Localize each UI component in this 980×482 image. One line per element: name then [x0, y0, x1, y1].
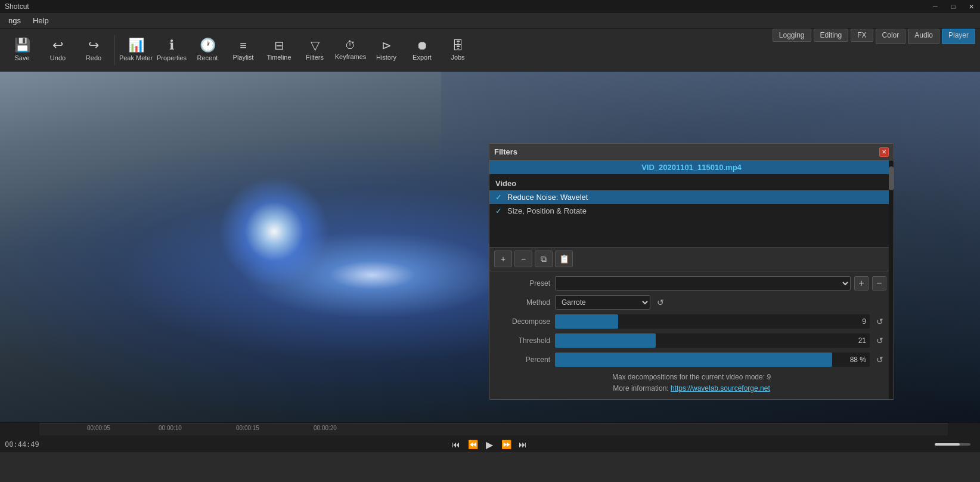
recent-label: Recent: [197, 54, 218, 61]
playback-controls: ⏮ ⏪ ▶ ⏩ ⏭: [46, 437, 932, 452]
minimize-button[interactable]: ─: [926, 0, 944, 13]
filter-item-reduce-noise[interactable]: ✓ Reduce Noise: Wavelet: [489, 190, 894, 204]
filter-remove-button[interactable]: −: [514, 251, 532, 267]
playlist-button[interactable]: ≡ Playlist: [226, 31, 260, 69]
jobs-label: Jobs: [451, 54, 464, 61]
volume-slider[interactable]: [935, 443, 970, 446]
properties-button[interactable]: ℹ Properties: [154, 31, 189, 69]
filter-check-1: ✓: [495, 193, 504, 202]
timeline-bar: 00:00:05 00:00:10 00:00:15 00:00:20 00:4…: [0, 422, 980, 452]
filters-close-button[interactable]: ✕: [879, 147, 889, 157]
filter-paste-button[interactable]: 📋: [555, 251, 573, 267]
layout-player-button[interactable]: Player: [942, 29, 975, 44]
method-label: Method: [497, 298, 550, 307]
decompose-label: Decompose: [497, 317, 550, 326]
method-reset-button[interactable]: ↺: [654, 296, 667, 309]
play-button[interactable]: ▶: [482, 437, 497, 452]
percent-reset-button[interactable]: ↺: [873, 353, 886, 366]
layout-fx-button[interactable]: FX: [851, 29, 873, 42]
recent-button[interactable]: 🕐 Recent: [190, 31, 225, 69]
save-button[interactable]: 💾 Save: [5, 31, 39, 69]
filters-panel: Filters ✕ VID_20201101_115010.mp4 Video …: [489, 143, 894, 400]
ruler-mark-4: 00:00:20: [314, 425, 337, 431]
layout-logging-button[interactable]: Logging: [773, 29, 811, 42]
skip-end-button[interactable]: ⏭: [515, 437, 531, 452]
recent-icon: 🕐: [200, 39, 216, 52]
playlist-label: Playlist: [233, 54, 254, 61]
history-label: History: [376, 54, 396, 61]
export-button[interactable]: ⏺ Export: [405, 31, 439, 69]
layout-buttons: Logging Editing FX Color Audio Player: [773, 29, 975, 44]
history-button[interactable]: ⊳ History: [369, 31, 404, 69]
filter-list-area: Video ✓ Reduce Noise: Wavelet ✓ Size, Po…: [489, 174, 894, 247]
titlebar-controls: ─ □ ✕: [926, 0, 980, 13]
decompose-slider[interactable]: 9: [555, 314, 870, 329]
method-dropdown[interactable]: Garrote: [555, 295, 650, 310]
percent-fill: [555, 353, 832, 367]
skip-start-button[interactable]: ⏮: [448, 437, 464, 452]
close-button[interactable]: ✕: [962, 0, 980, 13]
timeline-ruler: 00:00:05 00:00:10 00:00:15 00:00:20: [39, 423, 948, 435]
decompose-fill: [555, 314, 618, 329]
filter-toolbar: + − ⧉ 📋: [489, 247, 894, 271]
peak-meter-button[interactable]: 📊 Peak Meter: [119, 31, 153, 69]
layout-color-button[interactable]: Color: [876, 29, 906, 44]
ruler-mark-2: 00:00:10: [159, 425, 182, 431]
keyframes-icon: ⏱: [345, 40, 356, 51]
decompose-row: Decompose 9 ↺: [497, 314, 886, 329]
preset-row: Preset + −: [497, 276, 886, 291]
maximize-button[interactable]: □: [944, 0, 962, 13]
timeline-label: Timeline: [266, 54, 291, 61]
redo-button[interactable]: ↪ Redo: [76, 31, 111, 69]
threshold-reset-button[interactable]: ↺: [873, 334, 886, 347]
toolbar-separator-1: [114, 35, 115, 65]
percent-slider[interactable]: 88 %: [555, 353, 870, 367]
redo-icon: ↪: [88, 39, 99, 52]
info-link[interactable]: https://wavelab.sourceforge.net: [671, 384, 770, 393]
filters-button[interactable]: ▽ Filters: [297, 31, 332, 69]
export-label: Export: [413, 54, 432, 61]
prev-frame-button[interactable]: ⏪: [465, 437, 480, 452]
threshold-control: 21 ↺: [555, 333, 886, 348]
filter-settings: Preset + − Method Garrote ↺: [489, 271, 894, 399]
filter-add-button[interactable]: +: [494, 251, 512, 267]
filters-panel-title: Filters: [494, 147, 517, 156]
undo-button[interactable]: ↩ Undo: [41, 31, 75, 69]
timeline-icon: ⊟: [274, 39, 284, 51]
properties-label: Properties: [157, 54, 187, 61]
percent-label: Percent: [497, 356, 550, 364]
percent-control: 88 % ↺: [555, 353, 886, 367]
filters-scrollbar[interactable]: [889, 160, 894, 399]
export-icon: ⏺: [416, 39, 428, 51]
timeline-button[interactable]: ⊟ Timeline: [262, 31, 296, 69]
preset-dropdown[interactable]: [555, 276, 851, 291]
layout-audio-button[interactable]: Audio: [908, 29, 939, 44]
menu-item-help[interactable]: Help: [27, 14, 55, 27]
history-icon: ⊳: [382, 39, 392, 51]
keyframes-button[interactable]: ⏱ Keyframes: [333, 31, 368, 69]
layout-editing-button[interactable]: Editing: [814, 29, 849, 42]
filters-titlebar: Filters ✕: [489, 144, 894, 160]
ruler-mark-3: 00:00:15: [236, 425, 259, 431]
preset-control: + −: [555, 276, 886, 291]
redo-label: Redo: [86, 54, 101, 61]
percent-value: 88 %: [850, 356, 866, 364]
threshold-slider[interactable]: 21: [555, 333, 870, 348]
menu-item-settings[interactable]: ngs: [2, 14, 27, 27]
add-preset-button[interactable]: +: [854, 276, 869, 291]
timecode: 00:44:49: [5, 440, 46, 449]
filename-bar: VID_20201101_115010.mp4: [489, 160, 894, 174]
filter-check-2: ✓: [495, 206, 504, 215]
info-text: Max decompositions for the current video…: [497, 372, 886, 394]
jobs-button[interactable]: 🗄 Jobs: [441, 31, 475, 69]
app-title: Shotcut: [5, 2, 29, 11]
method-control: Garrote ↺: [555, 295, 886, 310]
filter-item-size-position[interactable]: ✓ Size, Position & Rotate: [489, 204, 894, 218]
decompose-reset-button[interactable]: ↺: [873, 315, 886, 328]
remove-preset-button[interactable]: −: [872, 276, 886, 291]
next-frame-button[interactable]: ⏩: [498, 437, 514, 452]
ruler-mark-1: 00:00:05: [87, 425, 110, 431]
threshold-value: 21: [858, 336, 866, 345]
threshold-row: Threshold 21 ↺: [497, 333, 886, 348]
filter-copy-button[interactable]: ⧉: [535, 251, 553, 267]
